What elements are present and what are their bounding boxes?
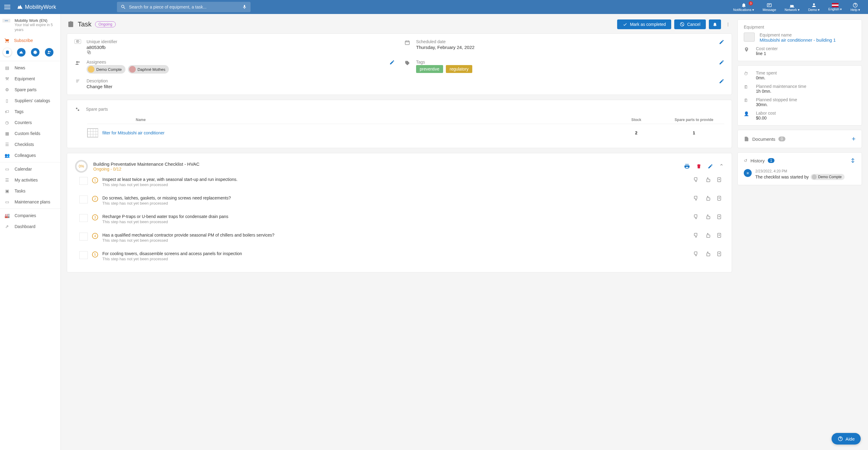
- sidebar-item-spare-parts[interactable]: ⚙Spare parts: [0, 84, 60, 95]
- sidebar-item-tasks[interactable]: ▣Tasks: [0, 186, 60, 196]
- pin-icon: [744, 46, 751, 52]
- thumbs-down-icon[interactable]: [693, 233, 699, 238]
- progress-ring: 0%: [75, 160, 88, 173]
- step-thumbnail: [79, 233, 88, 241]
- documents-label: Documents: [752, 137, 775, 142]
- subscribe-link[interactable]: Subscribe: [0, 35, 60, 46]
- note-add-icon[interactable]: [716, 214, 722, 220]
- edit-icon[interactable]: [719, 79, 724, 84]
- sidebar-item-checklists[interactable]: ☰Checklists: [0, 139, 60, 150]
- nav-help[interactable]: Help ▾: [846, 2, 864, 12]
- sidebar-item-custom-fields[interactable]: ▦Custom fields: [0, 128, 60, 139]
- edit-icon[interactable]: [390, 60, 395, 65]
- notes-icon: [74, 79, 81, 83]
- sidebar-item-counters[interactable]: ◷Counters: [0, 117, 60, 128]
- chevron-up-icon[interactable]: ⌃: [719, 163, 724, 170]
- more-menu-button[interactable]: ⋮: [724, 20, 732, 29]
- quick-action-clipboard[interactable]: [3, 48, 11, 57]
- field-uid: ID Unique identifier a80530fb: [74, 39, 395, 55]
- step-number: 4: [92, 233, 98, 239]
- sidebar-item-plans[interactable]: ▭Maintenance plans: [0, 196, 60, 207]
- org-block: MW Mobility Work (EN) Your trial will ex…: [0, 14, 60, 35]
- sidebar-item-equipment[interactable]: ⚒Equipment: [0, 73, 60, 84]
- list-icon: ☰: [4, 177, 10, 183]
- svg-point-7: [48, 51, 50, 53]
- nav-notifications[interactable]: 3 Notifications ▾: [729, 2, 758, 12]
- sidebar-item-tags[interactable]: 🏷Tags: [0, 106, 60, 117]
- nav-demo[interactable]: Demo ▾: [804, 2, 824, 12]
- search-icon: [121, 4, 126, 10]
- nav-language[interactable]: English ▾: [824, 3, 846, 11]
- mic-icon[interactable]: [242, 4, 247, 10]
- step-state: This step has not yet been processed: [102, 238, 689, 243]
- add-document-button[interactable]: +: [851, 135, 856, 143]
- equipment-card: Equipment Equipment name Mitsubishi air …: [737, 20, 862, 61]
- svg-point-18: [79, 61, 80, 63]
- step-number: 2: [92, 196, 98, 202]
- brand-logo[interactable]: MobilityWork: [17, 4, 56, 10]
- documents-count: 0: [778, 137, 785, 141]
- sort-icon[interactable]: [850, 158, 856, 164]
- sidebar-item-dashboard[interactable]: ⇗Dashboard: [0, 221, 60, 232]
- assignee-chip[interactable]: Demo Compte: [87, 65, 125, 74]
- edit-icon[interactable]: [719, 60, 724, 65]
- part-link[interactable]: filter for Mitsubishi air conditioner: [102, 131, 165, 135]
- help-fab-button[interactable]: Aide: [832, 433, 861, 445]
- nav-message[interactable]: Message: [758, 2, 780, 11]
- copy-icon[interactable]: [87, 50, 395, 55]
- thumbs-up-icon[interactable]: [705, 214, 710, 220]
- sidebar-item-activities[interactable]: ☰My activities: [0, 174, 60, 186]
- thumbs-up-icon[interactable]: [705, 196, 710, 201]
- edit-icon[interactable]: [708, 164, 713, 169]
- sidebar-item-colleagues[interactable]: 👥Colleagues: [0, 150, 60, 161]
- global-search[interactable]: [117, 2, 251, 12]
- page-title: Task: [78, 20, 91, 28]
- company-icon: 🏭: [4, 213, 10, 218]
- thumbs-up-icon[interactable]: [705, 251, 710, 257]
- sidebar-item-news[interactable]: ▤News: [0, 62, 60, 73]
- assignee-chip[interactable]: Daphné Mothes: [128, 65, 169, 74]
- quick-action-group[interactable]: [45, 48, 54, 57]
- cancel-button[interactable]: Cancel: [674, 20, 706, 29]
- thumbs-down-icon[interactable]: [693, 196, 699, 201]
- note-add-icon[interactable]: [716, 251, 722, 257]
- thumbs-up-icon[interactable]: [705, 177, 710, 182]
- history-label: History: [750, 158, 765, 163]
- search-input[interactable]: [129, 5, 242, 9]
- edit-icon[interactable]: [719, 39, 724, 45]
- mark-completed-button[interactable]: Mark as completed: [617, 20, 671, 29]
- equipment-link[interactable]: Mitsubishi air conditionner - building 1: [760, 37, 836, 43]
- note-add-icon[interactable]: [716, 177, 722, 182]
- note-add-icon[interactable]: [716, 196, 722, 201]
- thumbs-down-icon[interactable]: [693, 251, 699, 257]
- note-add-icon[interactable]: [716, 233, 722, 238]
- delete-icon[interactable]: [696, 163, 702, 169]
- quick-action-gear[interactable]: [31, 48, 39, 57]
- sidebar-item-companies[interactable]: 🏭Companies: [0, 210, 60, 221]
- history-user-chip: Demo Compte: [811, 174, 845, 180]
- thumbs-down-icon[interactable]: [693, 214, 699, 220]
- thumbs-up-icon[interactable]: [705, 233, 710, 238]
- notify-button[interactable]: [709, 20, 721, 29]
- quick-actions-row: [0, 46, 60, 60]
- step-text: Has a qualified mechanical contractor pr…: [102, 233, 689, 237]
- step-text: Inspect at least twice a year, with seas…: [102, 177, 689, 182]
- thumbs-down-icon[interactable]: [693, 177, 699, 182]
- task-details-card: ID Unique identifier a80530fb: [67, 33, 732, 95]
- chevron-down-icon: ▾: [818, 8, 820, 12]
- hamburger-icon[interactable]: [4, 3, 11, 11]
- sidebar-item-suppliers[interactable]: ▯Suppliers' catalogs: [0, 95, 60, 106]
- quick-action-tool[interactable]: [17, 48, 26, 57]
- tag-preventive[interactable]: preventive: [416, 65, 443, 73]
- history-entry: ≡ 2/23/2022, 4:20 PM The checklist was s…: [744, 169, 856, 180]
- prohibit-icon: [680, 22, 685, 27]
- nav-network[interactable]: Network ▾: [780, 2, 804, 12]
- sidebar-item-calendar[interactable]: ▭Calendar: [0, 164, 60, 174]
- tag-regulatory[interactable]: regulatory: [446, 65, 472, 73]
- print-icon[interactable]: [684, 163, 690, 169]
- cost-icon: 👤: [744, 111, 751, 116]
- equipment-name-label: Equipment name: [760, 32, 836, 37]
- svg-point-22: [76, 108, 78, 109]
- notification-count-badge: 3: [749, 1, 753, 5]
- fields-icon: ▦: [4, 131, 10, 136]
